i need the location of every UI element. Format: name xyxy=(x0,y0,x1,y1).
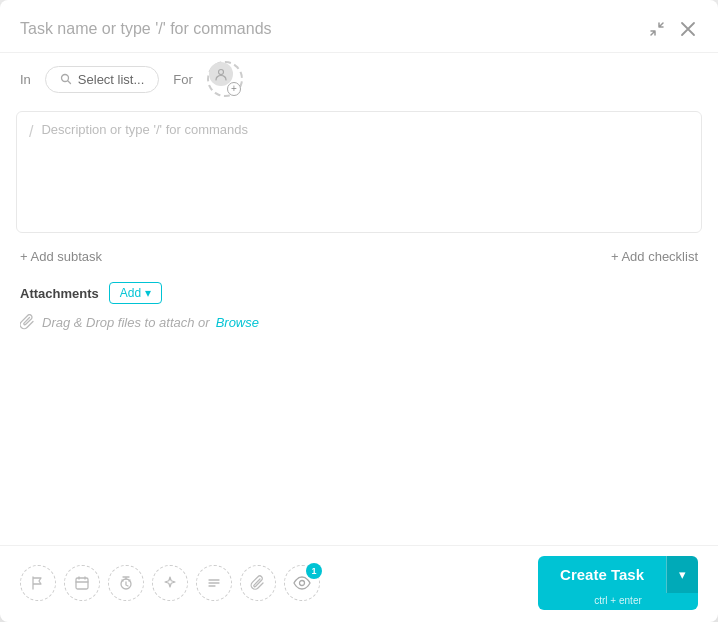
select-list-button[interactable]: Select list... xyxy=(45,66,159,93)
for-label: For xyxy=(173,72,193,87)
layers-icon xyxy=(206,575,222,591)
attach-button[interactable] xyxy=(240,565,276,601)
attachments-header: Attachments Add ▾ xyxy=(20,282,698,304)
close-icon xyxy=(680,21,696,37)
svg-point-0 xyxy=(61,75,68,82)
task-name-input[interactable] xyxy=(20,20,646,38)
svg-point-3 xyxy=(300,581,305,586)
create-task-dropdown-button[interactable]: ▾ xyxy=(666,556,698,593)
attachments-label: Attachments xyxy=(20,286,99,301)
flag-button[interactable] xyxy=(20,565,56,601)
create-task-modal: In Select list... For + / xyxy=(0,0,718,622)
svg-point-1 xyxy=(218,70,223,75)
add-button-label: Add xyxy=(120,286,141,300)
create-task-dropdown-arrow: ▾ xyxy=(679,567,686,582)
calendar-button[interactable] xyxy=(64,565,100,601)
attach-icon xyxy=(250,575,266,591)
sparkle-icon xyxy=(162,575,178,591)
spacer xyxy=(0,340,718,545)
in-for-row: In Select list... For + xyxy=(0,53,718,107)
timer-button[interactable] xyxy=(108,565,144,601)
dropzone-text: Drag & Drop files to attach or xyxy=(42,315,210,330)
header-icons xyxy=(646,18,698,40)
description-input[interactable] xyxy=(41,122,689,222)
calendar-icon xyxy=(74,575,90,591)
toolbar-icon-group: 1 xyxy=(20,565,320,601)
tags-button[interactable] xyxy=(196,565,232,601)
bottom-toolbar: 1 Create Task ▾ ctrl + enter xyxy=(0,545,718,622)
user-icon xyxy=(214,67,228,81)
slash-icon: / xyxy=(29,123,33,141)
select-list-label: Select list... xyxy=(78,72,144,87)
modal-header xyxy=(0,0,718,52)
create-task-container: Create Task ▾ ctrl + enter xyxy=(538,556,698,610)
shortcut-text: ctrl + enter xyxy=(594,595,642,606)
create-task-button[interactable]: Create Task xyxy=(538,556,666,593)
expand-button[interactable] xyxy=(646,18,668,40)
assignee-button[interactable]: + xyxy=(207,61,243,97)
add-checklist-label: + Add checklist xyxy=(611,249,698,264)
close-button[interactable] xyxy=(678,19,698,39)
watchers-badge: 1 xyxy=(306,563,322,579)
create-task-row: Create Task ▾ xyxy=(538,556,698,593)
svg-rect-2 xyxy=(76,578,88,589)
add-dropdown-arrow: ▾ xyxy=(145,286,151,300)
avatar-group: + xyxy=(209,62,241,96)
paperclip-icon xyxy=(20,314,36,330)
timer-icon xyxy=(118,575,134,591)
flag-icon xyxy=(30,575,46,591)
subtask-checklist-row: + Add subtask + Add checklist xyxy=(0,237,718,276)
attachments-section: Attachments Add ▾ Drag & Drop files to a… xyxy=(0,276,718,340)
shortcut-row: ctrl + enter xyxy=(538,593,698,610)
description-area: / xyxy=(16,111,702,233)
search-icon xyxy=(60,73,72,85)
avatar-plus-icon: + xyxy=(227,82,241,96)
add-checklist-button[interactable]: + Add checklist xyxy=(611,249,698,264)
expand-icon xyxy=(648,20,666,38)
attachments-add-button[interactable]: Add ▾ xyxy=(109,282,162,304)
browse-link[interactable]: Browse xyxy=(216,315,259,330)
add-subtask-label: + Add subtask xyxy=(20,249,102,264)
in-label: In xyxy=(20,72,31,87)
dropzone: Drag & Drop files to attach or Browse xyxy=(20,314,698,330)
add-subtask-button[interactable]: + Add subtask xyxy=(20,249,102,264)
ai-button[interactable] xyxy=(152,565,188,601)
watchers-button[interactable]: 1 xyxy=(284,565,320,601)
